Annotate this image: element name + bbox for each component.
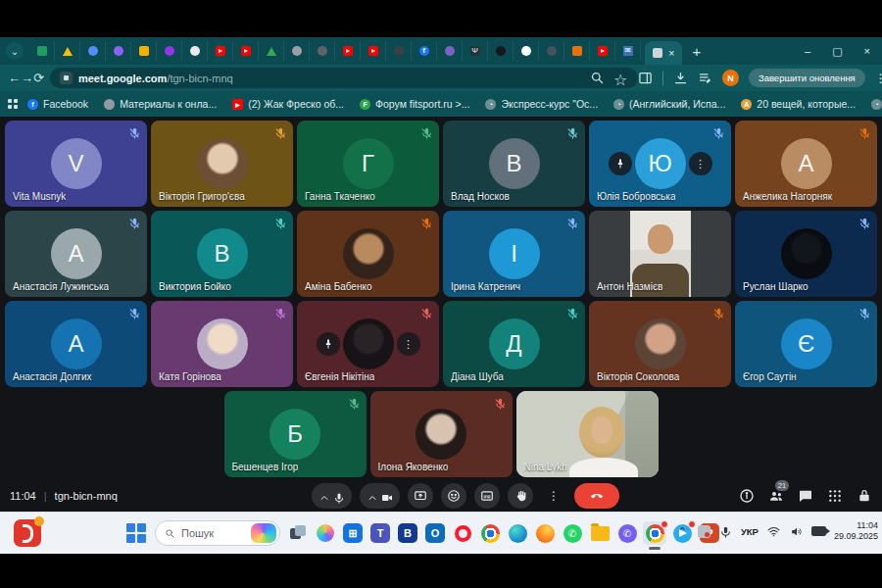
taskbar-app-chrome-active[interactable]	[643, 521, 666, 545]
search-icon[interactable]: Пошук	[155, 520, 280, 546]
taskbar-app-chrome[interactable]	[478, 521, 502, 545]
bookmark-item[interactable]: A20 вещей, которые...	[741, 98, 856, 110]
taskbar-app-search[interactable]: Пошук	[153, 521, 282, 545]
pinned-tab[interactable]	[310, 41, 335, 61]
pinned-tab[interactable]	[157, 41, 182, 61]
bookmark-item[interactable]: ◔Экспресс-курс "Ос...	[485, 98, 598, 110]
bookmark-star-icon[interactable]: ☆	[613, 71, 628, 85]
pinned-tab[interactable]	[233, 41, 259, 61]
profile-avatar[interactable]: N	[722, 70, 739, 86]
pinned-tab[interactable]	[615, 41, 641, 61]
tray-camera-icon[interactable]	[811, 526, 826, 536]
activities-icon[interactable]	[827, 488, 843, 504]
pin-participant-icon[interactable]	[317, 332, 340, 356]
reading-list-icon[interactable]	[698, 71, 712, 85]
participant-tile[interactable]: Ю⋮Юлія Бобровська	[589, 121, 731, 207]
pinned-tab[interactable]	[29, 41, 55, 61]
participant-tile[interactable]: Nina Lykh	[516, 391, 659, 477]
reactions-button[interactable]	[441, 483, 466, 509]
host-controls-icon[interactable]	[857, 488, 872, 504]
present-button[interactable]	[408, 483, 433, 509]
leave-call-button[interactable]	[574, 483, 619, 509]
back-button[interactable]: ←	[8, 71, 21, 85]
pinned-tab[interactable]	[131, 41, 157, 61]
people-panel-icon[interactable]: 21	[768, 488, 784, 504]
participant-tile[interactable]: Аміна Бабенко	[297, 211, 439, 297]
taskbar-app-edge[interactable]	[506, 521, 529, 545]
volume-icon[interactable]	[789, 524, 804, 539]
taskbar-app-b-app[interactable]: B	[396, 521, 419, 545]
tray-chevron-icon[interactable]: ⌃	[675, 524, 690, 539]
pinned-tab[interactable]	[259, 41, 284, 61]
taskbar-app-start[interactable]	[123, 521, 149, 545]
more-options-button[interactable]: ⋮	[541, 483, 566, 509]
raise-hand-button[interactable]	[508, 483, 533, 509]
mic-options-chevron-icon[interactable]	[318, 490, 330, 502]
address-bar[interactable]: meet.google.com/tgn-bicn-mnq ☆	[50, 68, 638, 88]
downloads-icon[interactable]	[673, 71, 688, 85]
pinned-tab[interactable]	[80, 41, 106, 61]
taskbar-app-store[interactable]: ⊞	[341, 521, 365, 545]
pinned-tab[interactable]	[361, 41, 386, 61]
camera-options-chevron-icon[interactable]	[367, 490, 378, 502]
new-tab-button[interactable]: +	[692, 43, 701, 60]
participant-tile[interactable]: Руслан Шарко	[735, 211, 877, 297]
participant-tile[interactable]: ААнастасія Долгих	[5, 301, 147, 387]
bookmark-item[interactable]: fFacebook	[27, 98, 88, 110]
participant-tile[interactable]: ВВлад Носков	[443, 121, 585, 207]
participant-tile[interactable]: ВВиктория Бойко	[151, 211, 293, 297]
tray-clock[interactable]: 11:04 29.09.2025	[834, 520, 878, 543]
taskbar-pinned-red-app-icon[interactable]	[14, 519, 41, 547]
pinned-tab[interactable]	[55, 41, 80, 61]
pin-participant-icon[interactable]	[609, 152, 632, 175]
pinned-tab[interactable]	[564, 41, 590, 61]
network-icon[interactable]	[766, 524, 781, 539]
tile-more-options-icon[interactable]: ⋮	[689, 152, 712, 175]
taskbar-app-firefox[interactable]	[533, 521, 557, 545]
pinned-tab[interactable]	[437, 41, 463, 61]
taskbar-app-whatsapp[interactable]: ✆	[561, 521, 584, 545]
pinned-tab[interactable]	[590, 41, 615, 61]
participant-tile[interactable]: Ілона Яковенко	[370, 391, 513, 477]
pinned-tab[interactable]	[284, 41, 310, 61]
participant-tile[interactable]: ДДіана Шуба	[443, 301, 585, 387]
pinned-tab[interactable]	[463, 41, 488, 61]
participant-tile[interactable]: Вікторія Григор'єва	[151, 121, 293, 207]
participant-tile[interactable]: ЄЄгор Саутін	[735, 301, 877, 387]
participant-tile[interactable]: Вікторія Соколова	[589, 301, 731, 387]
taskbar-app-opera[interactable]	[451, 521, 474, 545]
side-panel-icon[interactable]	[638, 71, 653, 85]
taskbar-app-teams[interactable]: T	[368, 521, 392, 545]
tile-more-options-icon[interactable]: ⋮	[397, 332, 420, 356]
finish-update-button[interactable]: Завершити оновлення	[749, 69, 865, 87]
bookmark-item[interactable]: ◔(Английский, Испа...	[613, 98, 725, 110]
pinned-tab[interactable]	[335, 41, 361, 61]
zoom-icon[interactable]	[590, 71, 605, 85]
chat-panel-icon[interactable]	[798, 488, 813, 504]
language-indicator[interactable]: УКР	[741, 526, 759, 537]
bookmark-item[interactable]: ◔Статьи по психолог...	[871, 98, 882, 110]
participant-tile[interactable]: ААнжелика Нагорняк	[735, 121, 877, 207]
participant-tile[interactable]: ББешенцев Ігор	[224, 391, 367, 477]
forward-button[interactable]: →	[21, 71, 33, 85]
bookmark-item[interactable]: Материалы к онла...	[104, 98, 217, 110]
pinned-tab[interactable]	[106, 41, 131, 61]
pinned-tab[interactable]	[386, 41, 412, 61]
taskbar-app-explorer[interactable]	[588, 521, 612, 545]
tab-close-icon[interactable]: ×	[668, 47, 674, 59]
active-tab[interactable]: ×	[645, 41, 682, 65]
taskbar-app-taskview[interactable]	[286, 521, 310, 545]
maximize-button[interactable]: ▢	[832, 45, 842, 58]
taskbar-app-outlook[interactable]: O	[423, 521, 447, 545]
tray-mic-icon[interactable]	[718, 524, 733, 539]
minimize-button[interactable]: –	[805, 45, 810, 57]
participant-tile[interactable]: VVita Musnyk	[5, 121, 147, 207]
participant-tile[interactable]: Катя Горінова	[151, 301, 293, 387]
pinned-tab[interactable]	[412, 41, 437, 61]
captions-button[interactable]	[474, 483, 500, 509]
taskbar-app-viber[interactable]: ✆	[615, 521, 639, 545]
pinned-tab[interactable]	[539, 41, 564, 61]
participant-tile[interactable]: ГГанна Ткаченко	[297, 121, 439, 207]
participant-tile[interactable]: Антон Назмієв	[589, 211, 731, 297]
browser-menu-icon[interactable]: ⋮	[875, 72, 882, 85]
